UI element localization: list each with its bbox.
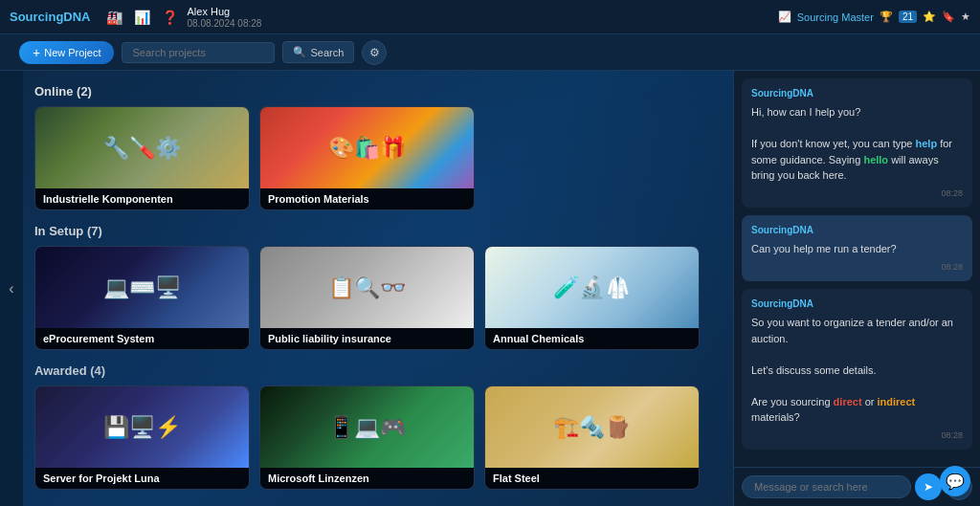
bookmark-icon: 🔖 — [942, 11, 955, 23]
card-label-industrielle: Industrielle Komponenten — [35, 188, 249, 209]
chat-text-0: Hi, how can I help you?If you don't know… — [751, 106, 952, 181]
toolbar: New Project 🔍 Search ⚙ — [0, 34, 980, 71]
card-image-microsoft — [260, 386, 474, 468]
factory-icon[interactable]: 🏭 — [106, 10, 122, 25]
badge-count: 21 — [899, 11, 917, 23]
chat-timestamp-2: 08:28 — [751, 429, 963, 443]
card-image-promo — [260, 107, 474, 188]
card-label-flatsteel: Flat Steel — [485, 468, 699, 489]
chat-bubble-1: SourcingDNACan you help me run a tender?… — [742, 215, 972, 281]
project-card-industrielle[interactable]: Industrielle Komponenten — [34, 106, 250, 210]
settings-button[interactable]: ⚙ — [362, 40, 387, 65]
star2-icon: ★ — [961, 11, 970, 23]
send-icon: ➤ — [924, 480, 933, 494]
chat-messages: SourcingDNAHi, how can I help you?If you… — [734, 71, 980, 467]
chat-bubble-0: SourcingDNAHi, how can I help you?If you… — [742, 78, 972, 208]
cards-row: Server for Projekt LunaMicrosoft Linzenz… — [34, 385, 722, 490]
topnav: SourcingDNA 🏭 📊 ❓ Alex Hug 08.08.2024 08… — [0, 0, 980, 34]
chart-line-icon: 📈 — [778, 11, 791, 23]
chat-sender-1: SourcingDNA — [751, 223, 963, 237]
card-label-chemicals: Annual Chemicals — [485, 328, 699, 349]
card-image-eprocure — [35, 247, 249, 328]
search-input[interactable] — [122, 42, 275, 63]
projects-area: Online (2)Industrielle KomponentenPromot… — [23, 71, 733, 506]
chat-input[interactable] — [742, 475, 911, 498]
user-name: Alex Hug 08.08.2024 08:28 — [188, 6, 262, 29]
cards-row: eProcurement SystemPublic liability insu… — [34, 246, 722, 350]
topnav-right: 📈 Sourcing Master 🏆 21 ⭐ 🔖 ★ — [778, 11, 970, 23]
section-title: Awarded (4) — [34, 363, 722, 378]
main-layout: ‹ Online (2)Industrielle KomponentenProm… — [0, 71, 980, 506]
card-label-promo: Promotion Materials — [260, 188, 474, 209]
card-label-eprocure: eProcurement System — [35, 328, 249, 349]
card-image-flatsteel — [485, 386, 699, 468]
section-title: In Setup (7) — [34, 224, 722, 238]
project-card-flatsteel[interactable]: Flat Steel — [484, 385, 700, 490]
help-icon[interactable]: ❓ — [162, 10, 178, 25]
chat-highlight-highlight-indirect: indirect — [877, 396, 915, 407]
card-image-server — [35, 386, 249, 468]
chat-sender-2: SourcingDNA — [751, 297, 963, 311]
chat-float-button[interactable]: 💬 — [940, 466, 970, 496]
chat-sender-0: SourcingDNA — [751, 86, 963, 100]
project-card-promo[interactable]: Promotion Materials — [259, 106, 475, 210]
chat-timestamp-1: 08:28 — [751, 261, 963, 275]
project-card-eprocure[interactable]: eProcurement System — [34, 246, 250, 350]
project-card-server[interactable]: Server for Projekt Luna — [34, 385, 250, 490]
chat-timestamp-0: 08:28 — [751, 187, 963, 201]
chart-icon[interactable]: 📊 — [134, 10, 150, 25]
chat-highlight-highlight-hello: hello — [863, 154, 888, 165]
card-label-insurance: Public liability insurance — [260, 328, 474, 349]
card-image-insurance — [260, 247, 474, 328]
chevron-left-icon: ‹ — [9, 280, 13, 297]
project-card-microsoft[interactable]: Microsoft Linzenzen — [259, 385, 475, 490]
chat-panel: SourcingDNAHi, how can I help you?If you… — [733, 71, 980, 506]
chat-text-1: Can you help me run a tender? — [751, 243, 897, 254]
sourcing-master-label: Sourcing Master — [797, 11, 874, 23]
project-card-chemicals[interactable]: Annual Chemicals — [484, 246, 700, 350]
search-icon: 🔍 — [293, 46, 306, 58]
card-image-chemicals — [485, 247, 699, 328]
section-title: Online (2) — [34, 84, 722, 99]
chat-text-2: So you want to organize a tender and/or … — [751, 317, 953, 423]
star-icon: ⭐ — [923, 11, 936, 23]
card-label-server: Server for Projekt Luna — [35, 468, 249, 489]
app-logo: SourcingDNA — [10, 10, 91, 24]
settings-icon: ⚙ — [369, 46, 380, 59]
chat-bubble-2: SourcingDNASo you want to organize a ten… — [742, 289, 972, 450]
card-image-industrielle — [35, 107, 249, 188]
chat-icon: 💬 — [946, 473, 965, 491]
trophy-icon: 🏆 — [880, 11, 893, 23]
chat-highlight-highlight-help: help — [915, 138, 937, 149]
chat-send-button[interactable]: ➤ — [915, 473, 942, 500]
sidebar-collapse-button[interactable]: ‹ — [0, 71, 23, 506]
cards-row: Industrielle KomponentenPromotion Materi… — [34, 106, 722, 210]
new-project-button[interactable]: New Project — [19, 41, 114, 64]
search-button[interactable]: 🔍 Search — [282, 41, 354, 63]
project-card-insurance[interactable]: Public liability insurance — [259, 246, 475, 350]
card-label-microsoft: Microsoft Linzenzen — [260, 468, 474, 489]
chat-highlight-highlight-direct: direct — [834, 396, 862, 407]
